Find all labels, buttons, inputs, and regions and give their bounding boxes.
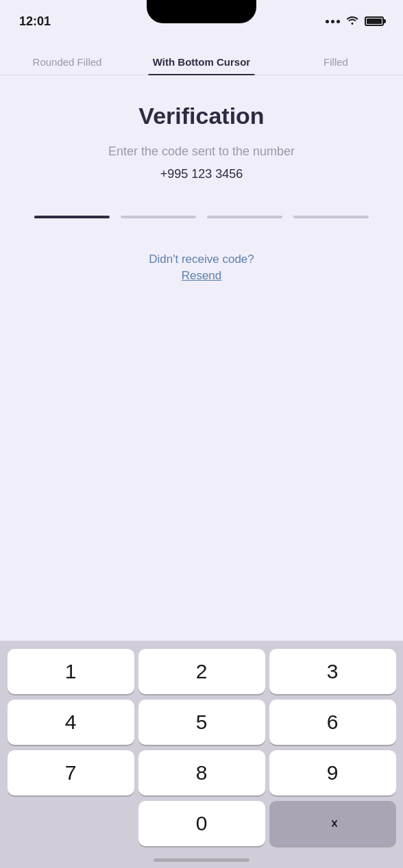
- resend-button[interactable]: Resend: [182, 269, 222, 283]
- otp-input-container[interactable]: [21, 216, 382, 218]
- subtitle-text: Enter the code sent to the number: [108, 143, 295, 160]
- keyboard-row-3: 7 8 9: [3, 750, 400, 795]
- delete-icon: [323, 817, 342, 830]
- signal-icon: [326, 20, 340, 23]
- battery-icon: [365, 16, 384, 26]
- key-1[interactable]: 1: [8, 649, 134, 694]
- key-8[interactable]: 8: [138, 750, 265, 795]
- tab-with-bottom-cursor[interactable]: With Bottom Cursor: [134, 37, 269, 75]
- tab-filled-label: Filled: [323, 56, 348, 68]
- keyboard-row-2: 4 5 6: [3, 700, 400, 745]
- phone-number: +995 123 3456: [160, 167, 243, 181]
- status-time: 12:01: [19, 14, 51, 29]
- tab-rounded-filled-label: Rounded Filled: [33, 56, 102, 68]
- resend-section: Didn't receive code? Resend: [149, 253, 254, 283]
- page-title: Verification: [138, 103, 264, 129]
- notch: [147, 0, 256, 23]
- keyboard-row-1: 1 2 3: [3, 649, 400, 694]
- key-5[interactable]: 5: [138, 700, 265, 745]
- tab-filled[interactable]: Filled: [269, 37, 403, 75]
- keyboard-row-4: 0: [3, 801, 400, 846]
- tab-with-bottom-cursor-label: With Bottom Cursor: [153, 56, 250, 68]
- otp-field-2[interactable]: [121, 216, 196, 218]
- otp-field-3[interactable]: [207, 216, 282, 218]
- otp-field-1[interactable]: [34, 216, 110, 218]
- tab-active-indicator: [148, 74, 256, 75]
- key-3[interactable]: 3: [269, 649, 396, 694]
- didnt-receive-text: Didn't receive code?: [149, 253, 254, 266]
- numeric-keyboard: 1 2 3 4 5 6 7 8 9 0: [0, 641, 403, 868]
- key-9[interactable]: 9: [269, 750, 396, 795]
- key-7[interactable]: 7: [8, 750, 134, 795]
- key-empty: [8, 801, 134, 846]
- status-icons: [326, 15, 384, 27]
- keyboard-bottom: [3, 852, 400, 868]
- otp-cursor: [34, 216, 80, 218]
- key-2[interactable]: 2: [138, 649, 265, 694]
- main-content: Verification Enter the code sent to the …: [0, 75, 403, 331]
- key-6[interactable]: 6: [269, 700, 396, 745]
- tab-rounded-filled[interactable]: Rounded Filled: [0, 37, 134, 75]
- tab-bar: Rounded Filled With Bottom Cursor Filled: [0, 37, 403, 75]
- key-0[interactable]: 0: [138, 801, 265, 846]
- wifi-icon: [345, 15, 359, 27]
- key-4[interactable]: 4: [8, 700, 134, 745]
- otp-field-4[interactable]: [293, 216, 369, 218]
- home-indicator: [154, 858, 249, 862]
- key-delete[interactable]: [269, 801, 396, 846]
